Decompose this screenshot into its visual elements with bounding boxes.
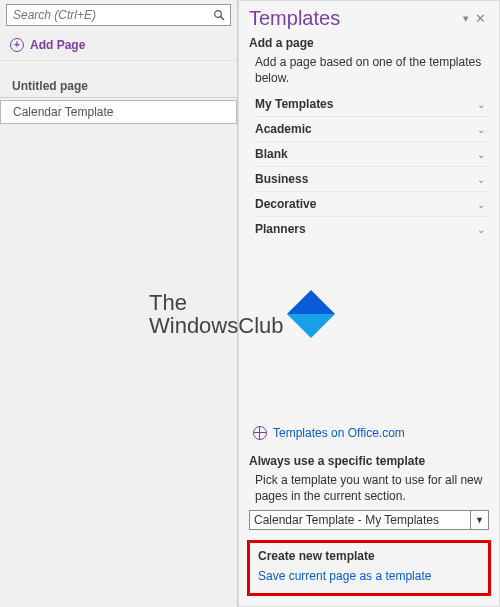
- chevron-down-icon: ⌄: [477, 99, 485, 110]
- search-row: [0, 0, 237, 30]
- save-page-as-template-link[interactable]: Save current page as a template: [258, 563, 480, 583]
- create-new-template-box: Create new template Save current page as…: [247, 540, 491, 596]
- category-label: Planners: [255, 222, 477, 236]
- chevron-down-icon: ⌄: [477, 224, 485, 235]
- category-label: Business: [255, 172, 477, 186]
- category-label: Blank: [255, 147, 477, 161]
- add-page-label: Add Page: [30, 38, 85, 52]
- page-item-calendar-template[interactable]: Calendar Template: [0, 100, 237, 124]
- category-my-templates[interactable]: My Templates ⌄: [255, 92, 489, 116]
- plus-icon: +: [10, 38, 24, 52]
- pages-panel: + Add Page Untitled page Calendar Templa…: [0, 0, 238, 607]
- page-list: Untitled page Calendar Template: [0, 61, 237, 124]
- category-planners[interactable]: Planners ⌄: [255, 216, 489, 241]
- search-box[interactable]: [6, 4, 231, 26]
- pane-title: Templates: [249, 7, 460, 30]
- templates-pane: Templates ▾ ✕ Add a page Add a page base…: [238, 0, 500, 607]
- default-template-select[interactable]: Calendar Template - My Templates ▼: [249, 510, 489, 530]
- globe-icon: [253, 426, 267, 440]
- office-link-label: Templates on Office.com: [273, 426, 405, 440]
- category-academic[interactable]: Academic ⌄: [255, 116, 489, 141]
- close-icon[interactable]: ✕: [472, 11, 489, 26]
- category-label: Decorative: [255, 197, 477, 211]
- watermark-logo-icon: [286, 290, 334, 338]
- svg-line-1: [221, 17, 224, 20]
- add-page-button[interactable]: + Add Page: [0, 30, 237, 61]
- templates-office-link[interactable]: Templates on Office.com: [249, 422, 489, 444]
- always-use-heading: Always use a specific template: [249, 454, 489, 468]
- search-input[interactable]: [7, 8, 208, 22]
- default-template-value: Calendar Template - My Templates: [249, 510, 471, 530]
- chevron-down-icon[interactable]: ▼: [471, 510, 489, 530]
- always-use-description: Pick a template you want to use for all …: [249, 468, 489, 510]
- add-page-heading: Add a page: [249, 36, 489, 50]
- create-template-heading: Create new template: [258, 549, 480, 563]
- page-item-untitled[interactable]: Untitled page: [0, 75, 237, 98]
- add-page-description: Add a page based on one of the templates…: [249, 50, 489, 92]
- search-icon[interactable]: [208, 5, 230, 25]
- category-label: My Templates: [255, 97, 477, 111]
- chevron-down-icon: ⌄: [477, 199, 485, 210]
- pane-dropdown-icon[interactable]: ▾: [460, 12, 472, 25]
- template-categories: My Templates ⌄ Academic ⌄ Blank ⌄ Busine…: [249, 92, 489, 241]
- chevron-down-icon: ⌄: [477, 174, 485, 185]
- chevron-down-icon: ⌄: [477, 124, 485, 135]
- pane-header: Templates ▾ ✕: [249, 7, 489, 30]
- bottom-section: Templates on Office.com Always use a spe…: [249, 416, 489, 606]
- category-label: Academic: [255, 122, 477, 136]
- chevron-down-icon: ⌄: [477, 149, 485, 160]
- svg-point-0: [215, 11, 222, 18]
- category-decorative[interactable]: Decorative ⌄: [255, 191, 489, 216]
- category-business[interactable]: Business ⌄: [255, 166, 489, 191]
- category-blank[interactable]: Blank ⌄: [255, 141, 489, 166]
